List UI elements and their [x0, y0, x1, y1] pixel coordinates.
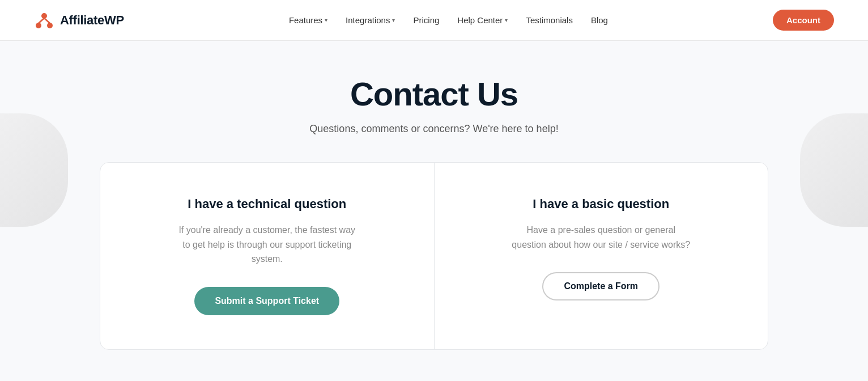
svg-line-3 [39, 18, 44, 23]
nav-item-blog[interactable]: Blog [591, 15, 608, 25]
page-subtitle: Questions, comments or concerns? We're h… [309, 123, 558, 135]
main-content: Contact Us Questions, comments or concer… [0, 41, 868, 372]
basic-panel: I have a basic question Have a pre-sales… [435, 163, 768, 349]
nav-item-help-center[interactable]: Help Center ▾ [457, 15, 508, 25]
svg-point-0 [41, 13, 47, 19]
decorative-blob-right [800, 113, 868, 227]
nav-item-features[interactable]: Features ▾ [289, 15, 327, 25]
navigation: AffiliateWP Features ▾ Integrations ▾ Pr… [0, 0, 868, 41]
technical-panel: I have a technical question If you're al… [100, 163, 435, 349]
nav-item-testimonials[interactable]: Testimonials [526, 15, 573, 25]
basic-panel-title: I have a basic question [533, 197, 669, 211]
basic-panel-desc: Have a pre-sales question or general que… [510, 223, 692, 252]
technical-panel-title: I have a technical question [188, 197, 346, 211]
complete-form-button[interactable]: Complete a Form [542, 272, 659, 300]
svg-point-2 [47, 23, 53, 28]
submit-ticket-button[interactable]: Submit a Support Ticket [194, 287, 339, 315]
nav-item-integrations[interactable]: Integrations ▾ [346, 15, 395, 25]
nav-links: Features ▾ Integrations ▾ Pricing Help C… [289, 15, 608, 25]
logo[interactable]: AffiliateWP [34, 10, 124, 31]
nav-item-pricing[interactable]: Pricing [413, 15, 439, 25]
svg-point-1 [36, 23, 41, 28]
logo-text: AffiliateWP [60, 13, 124, 28]
chevron-down-icon: ▾ [325, 17, 327, 23]
decorative-blob-left [0, 113, 68, 227]
contact-card: I have a technical question If you're al… [100, 162, 768, 350]
technical-panel-desc: If you're already a customer, the fastes… [176, 223, 358, 266]
svg-line-4 [44, 18, 50, 23]
account-button[interactable]: Account [773, 10, 834, 31]
chevron-down-icon: ▾ [505, 17, 508, 23]
logo-icon [34, 10, 54, 31]
chevron-down-icon: ▾ [392, 17, 395, 23]
page-title: Contact Us [350, 75, 518, 113]
